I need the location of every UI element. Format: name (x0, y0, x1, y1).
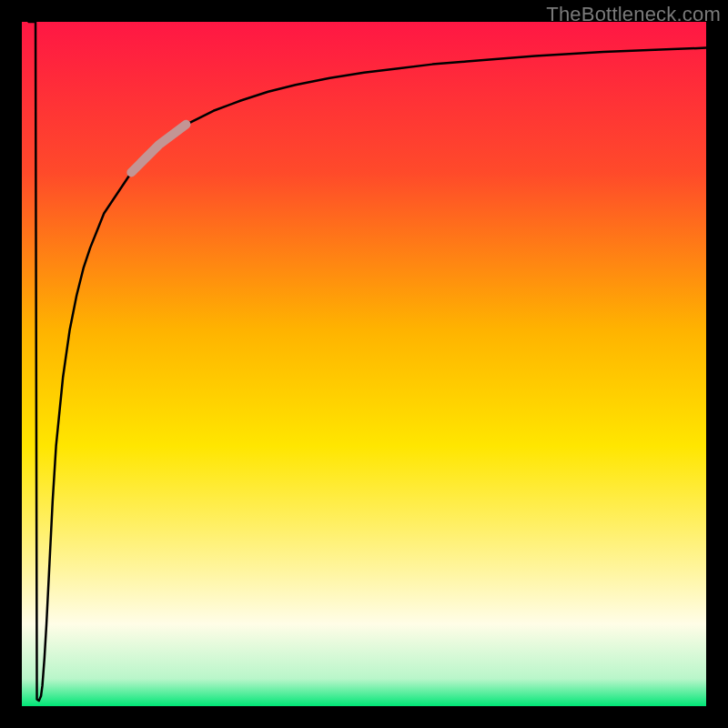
watermark-text: TheBottleneck.com (546, 3, 721, 26)
plot-area (22, 22, 706, 706)
chart-svg (22, 22, 706, 706)
chart-container: TheBottleneck.com (0, 0, 728, 728)
gradient-background (22, 22, 706, 706)
